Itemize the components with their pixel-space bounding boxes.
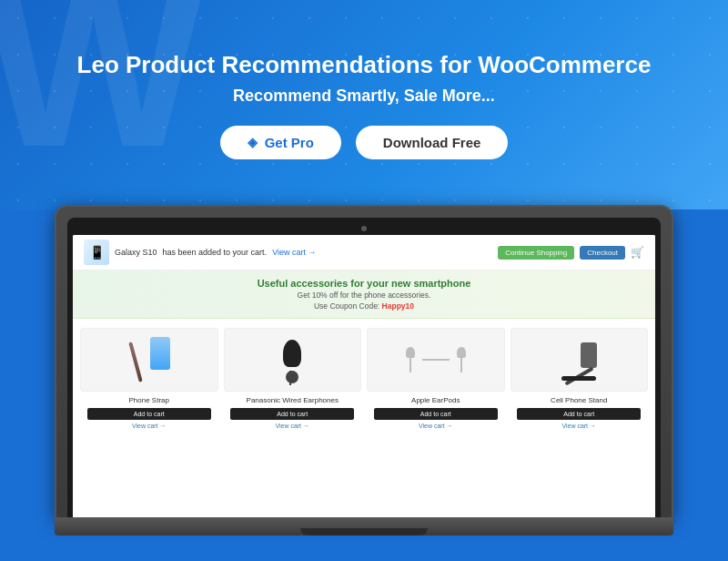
checkout-button[interactable]: Checkout (580, 246, 625, 260)
product-image-phone-stand (511, 328, 649, 392)
laptop-screen-bezel: 📱 Galaxy S10 has been added to your cart… (67, 218, 661, 517)
product-name-earpods: Apple EarPods (411, 396, 460, 404)
add-to-cart-phone-stand[interactable]: Add to cart (517, 408, 641, 420)
phone-stand-illustration (554, 335, 604, 385)
view-cart-phone-strap[interactable]: View cart (132, 423, 167, 429)
earpods-illustration (406, 347, 466, 372)
add-to-cart-phone-strap[interactable]: Add to cart (87, 408, 211, 420)
recommendation-banner: Useful accessories for your new smartpho… (73, 270, 655, 319)
download-free-button[interactable]: Download Free (356, 126, 509, 159)
hero-watermark: W (0, 0, 205, 182)
add-to-cart-earphones[interactable]: Add to cart (230, 408, 354, 420)
laptop-screen: 📱 Galaxy S10 has been added to your cart… (73, 235, 655, 517)
product-name-phone-strap: Phone Strap (129, 396, 169, 404)
hero-section: W Leo Product Recommendations for WooCom… (0, 0, 728, 209)
products-grid: Phone Strap Add to cart View cart (73, 319, 655, 438)
cart-product-name: Galaxy S10 (115, 248, 157, 257)
view-cart-link[interactable]: View cart → (272, 248, 316, 257)
product-card-earpods: Apple EarPods Add to cart View cart (367, 328, 505, 429)
banner-coupon: Use Coupon Code: Happy10 (80, 301, 648, 311)
coupon-code: Happy10 (382, 301, 414, 311)
hero-title: Leo Product Recommendations for WooComme… (77, 51, 652, 79)
laptop-base (55, 519, 673, 536)
product-card-phone-strap: Phone Strap Add to cart View cart (80, 328, 218, 429)
product-name-earphones: Panasonic Wired Earphones (247, 396, 339, 404)
cart-notification-bar: 📱 Galaxy S10 has been added to your cart… (73, 235, 655, 270)
view-cart-earpods[interactable]: View cart (419, 423, 453, 429)
cart-added-text: has been added to your cart. (163, 248, 268, 257)
laptop-mockup: 📱 Galaxy S10 has been added to your cart… (0, 205, 728, 536)
product-image-earpods (367, 328, 505, 392)
phone-strap-illustration (126, 332, 172, 387)
cart-bar-right: Continue Shopping Checkout 🛒 (498, 246, 644, 260)
view-cart-earphones[interactable]: View cart (275, 423, 309, 429)
product-name-phone-stand: Cell Phone Stand (551, 396, 607, 404)
laptop: 📱 Galaxy S10 has been added to your cart… (55, 205, 673, 536)
laptop-camera (361, 226, 367, 231)
banner-subtitle: Get 10% off for the phone accessories. (80, 291, 648, 300)
cart-icon: 🛒 (631, 246, 644, 259)
cart-bar-left: 📱 Galaxy S10 has been added to your cart… (84, 240, 316, 265)
product-card-phone-stand: Cell Phone Stand Add to cart View cart (511, 328, 649, 429)
continue-shopping-button[interactable]: Continue Shopping (498, 246, 574, 260)
banner-title: Useful accessories for your new smartpho… (80, 278, 648, 289)
product-image-earphones (224, 328, 362, 392)
hero-buttons: ◈ Get Pro Download Free (220, 126, 509, 159)
diamond-icon: ◈ (248, 135, 258, 149)
screen-content: 📱 Galaxy S10 has been added to your cart… (73, 235, 655, 438)
view-cart-phone-stand[interactable]: View cart (561, 423, 596, 429)
get-pro-button[interactable]: ◈ Get Pro (220, 126, 341, 159)
earphones-illustration (269, 335, 315, 385)
add-to-cart-earpods[interactable]: Add to cart (374, 408, 498, 420)
product-card-earphones: Panasonic Wired Earphones Add to cart Vi… (224, 328, 362, 429)
product-image-phone-strap (80, 328, 218, 392)
hero-subtitle: Recommend Smartly, Sale More... (233, 87, 495, 106)
cart-product-image: 📱 (84, 240, 109, 265)
laptop-body: 📱 Galaxy S10 has been added to your cart… (55, 205, 673, 519)
